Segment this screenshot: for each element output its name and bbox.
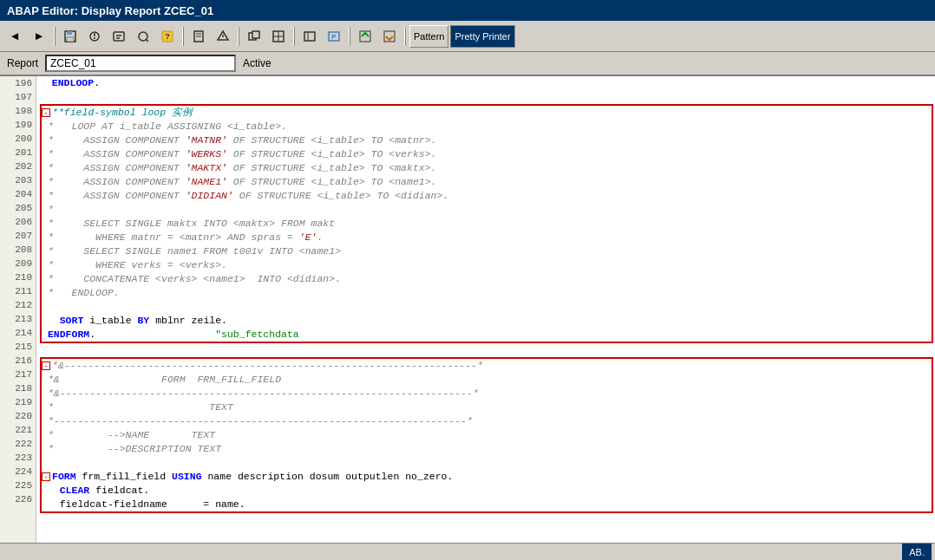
back-button[interactable]: ◄ (3, 25, 26, 48)
code-line-210: * CONCATENATE <verks> <name1> INTO <didi… (42, 272, 932, 286)
editor-container: 196 197 198 199 200 201 202 203 204 205 … (0, 76, 935, 543)
shortcut-button-8[interactable] (267, 25, 290, 48)
svg-rect-1 (67, 31, 72, 35)
code-line-204: * ASSIGN COMPONENT 'DIDIAN' OF STRUCTURE… (42, 189, 932, 203)
line-num-216: 216 (0, 354, 36, 368)
fold-icon-224[interactable]: - (42, 472, 50, 481)
code-line-212 (42, 300, 932, 314)
line-num-223: 223 (0, 451, 36, 465)
shortcut-button-9[interactable] (298, 25, 321, 48)
line-num-213: 213 (0, 312, 36, 326)
line-num-214: 214 (0, 326, 36, 340)
line-num-225: 225 (0, 479, 36, 492)
svg-rect-19 (252, 31, 259, 38)
line-num-220: 220 (0, 409, 36, 423)
line-num-196: 196 (0, 76, 36, 90)
shortcut-button-2[interactable] (108, 25, 130, 48)
toolbar-separator-1 (54, 27, 56, 46)
line-num-203: 203 (0, 173, 36, 187)
code-line-220: *---------------------------------------… (42, 414, 932, 428)
shortcut-button-6[interactable] (212, 25, 234, 48)
svg-text:P: P (331, 33, 337, 41)
code-line-218: *&--------------------------------------… (42, 387, 932, 400)
code-line-217: *& FORM FRM_FILL_FIELD (42, 373, 932, 387)
line-num-226: 226 (0, 492, 36, 506)
code-line-213: SORT i_table BY mblnr zeile. (42, 314, 932, 328)
line-num-222: 222 (0, 437, 36, 451)
code-line-222: * -->DESCRIPTION TEXT (42, 442, 932, 456)
svg-point-5 (94, 37, 95, 39)
shortcut-button-1[interactable] (83, 25, 106, 48)
code-line-224: - FORM frm_fill_field USING name descrip… (42, 470, 932, 484)
bottom-right-text: AB. (902, 544, 932, 561)
svg-line-10 (146, 39, 148, 42)
report-input[interactable] (45, 55, 236, 72)
toolbar-separator-6 (404, 27, 406, 46)
line-num-201: 201 (0, 146, 36, 160)
line-num-210: 210 (0, 270, 36, 284)
status-value: Active (243, 57, 271, 69)
line-num-200: 200 (0, 132, 36, 146)
code-line-198: - **field-symbol loop 实例 (42, 106, 932, 120)
code-line-223 (42, 456, 932, 470)
code-line-202: * ASSIGN COMPONENT 'MAKTX' OF STRUCTURE … (42, 161, 932, 175)
code-line-208: * SELECT SINGLE name1 FROM t001v INTO <n… (42, 244, 932, 258)
code-line-214: ENDFORM. "sub_fetchdata (42, 328, 932, 342)
code-line-209: * WHERE verks = <verks>. (42, 258, 932, 272)
toolbar-separator-4 (293, 27, 295, 46)
code-line-200: * ASSIGN COMPONENT 'MATNR' OF STRUCTURE … (42, 133, 932, 147)
forward-button[interactable]: ► (28, 25, 50, 48)
svg-rect-23 (304, 32, 315, 41)
pretty-printer-button[interactable]: Pretty Printer (450, 25, 514, 48)
line-num-224: 224 (0, 465, 36, 479)
pattern-button[interactable]: Pattern (409, 25, 448, 48)
line-num-199: 199 (0, 118, 36, 132)
toolbar: ◄ ► ? P Pattern Pre (0, 21, 935, 52)
code-line-221: * -->NAME TEXT (42, 428, 932, 442)
line-num-217: 217 (0, 368, 36, 381)
shortcut-button-5[interactable] (187, 25, 210, 48)
line-num-211: 211 (0, 284, 36, 298)
toolbar-separator-3 (238, 27, 239, 46)
code-line-206: * SELECT SINGLE maktx INTO <maktx> FROM … (42, 217, 932, 231)
line-num-219: 219 (0, 395, 36, 409)
line-num-212: 212 (0, 298, 36, 312)
code-line-219: * TEXT (42, 400, 932, 414)
code-line-205: * (42, 203, 932, 217)
code-line-203: * ASSIGN COMPONENT 'NAME1' OF STRUCTURE … (42, 175, 932, 189)
line-num-207: 207 (0, 229, 36, 243)
shortcut-button-10[interactable]: P (323, 25, 345, 48)
code-line-226: fieldcat-fieldname = name. (42, 498, 932, 511)
shortcut-button-7[interactable] (243, 25, 265, 48)
toolbar-separator-5 (349, 27, 350, 46)
line-num-208: 208 (0, 243, 36, 257)
title-text: ABAP Editor: Display Report ZCEC_01 (7, 4, 213, 17)
line-num-209: 209 (0, 257, 36, 270)
svg-rect-6 (114, 32, 124, 41)
line-numbers: 196 197 198 199 200 201 202 203 204 205 … (0, 76, 36, 543)
code-line-225: CLEAR fieldcat. (42, 484, 932, 498)
line-num-218: 218 (0, 381, 36, 395)
line-num-197: 197 (0, 90, 36, 104)
report-label: Report (7, 57, 38, 69)
status-bar: Report Active (0, 52, 935, 76)
fold-icon-216[interactable]: - (42, 361, 50, 370)
line-num-198: 198 (0, 104, 36, 118)
svg-rect-2 (67, 37, 74, 42)
code-line-207: * WHERE matnr = <matnr> AND spras = 'E'. (42, 231, 932, 244)
code-line-215 (40, 343, 935, 357)
code-line-196: ENDLOOP. (40, 76, 935, 90)
fold-icon-198[interactable]: - (42, 108, 50, 117)
code-line-197 (40, 90, 935, 104)
code-line-201: * ASSIGN COMPONENT 'WERKS' OF STRUCTURE … (42, 147, 932, 161)
shortcut-button-4[interactable]: ? (156, 25, 179, 48)
line-num-205: 205 (0, 201, 36, 215)
shortcut-button-12[interactable] (378, 25, 401, 48)
shortcut-button-11[interactable] (354, 25, 376, 48)
code-line-211: * ENDLOOP. (42, 286, 932, 300)
line-num-221: 221 (0, 423, 36, 437)
save-button[interactable] (59, 25, 82, 48)
code-area[interactable]: ENDLOOP. - **field-symbol loop 实例 * LOOP… (36, 76, 935, 543)
shortcut-button-3[interactable] (132, 25, 154, 48)
code-line-216: - *&------------------------------------… (42, 359, 932, 373)
